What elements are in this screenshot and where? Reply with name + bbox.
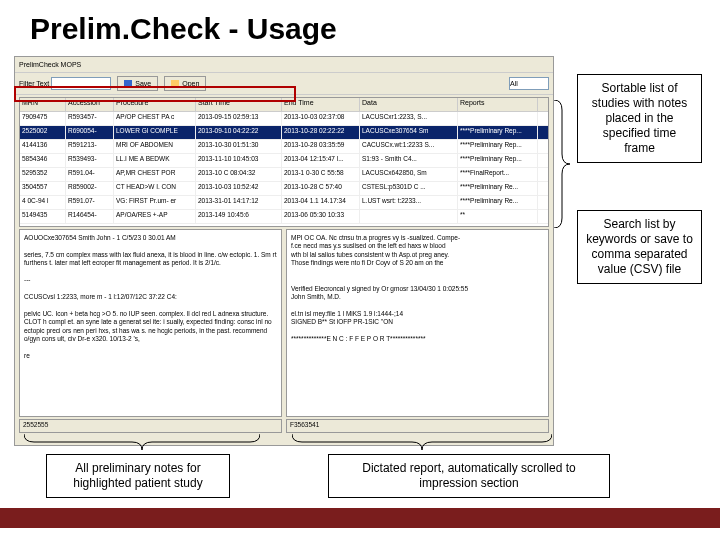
rpt-l12: **************E N C : F F E P O R T*****… [291,335,544,343]
table-row[interactable]: 5295352R591.04-AP,MR CHEST POR2013-10 C … [20,168,548,182]
callout-search-save: Search list by keywords or save to comma… [577,210,702,284]
cell: 7909475 [20,112,66,125]
filter-label: Filter Text [19,80,49,87]
cell: AP,MR CHEST POR [114,168,196,181]
cell: ****Preliminary Re... [458,182,538,195]
note-body1: series, 7.5 cm complex mass with lax flu… [24,251,277,268]
rpt-l10: SIGNED B** St lOFP PR-1SIC "ON [291,318,544,326]
cell: 2013-10-03 02:37:08 [282,112,360,125]
status-right: F3563541 [286,419,549,433]
cell: LL.I ME A BEDWK [114,154,196,167]
dictated-report-pane[interactable]: MPI OC OA. Nc ctnsu tn.a progres vy is -… [286,229,549,417]
cell: ** [458,210,538,223]
cell: R146454- [66,210,114,223]
cell: R593457- [66,112,114,125]
cell: L.UST wsrt: t:2233... [360,196,458,209]
cell: 2013-31-01 14:17:12 [196,196,282,209]
cell: 2013-09-10 04:22:22 [196,126,282,139]
cell: 2013-10-28 03:35:59 [282,140,360,153]
cell: LOWER GI COMPLE [114,126,196,139]
cell: R859002- [66,182,114,195]
table-row[interactable]: 4 0C-94 lR591.07-VG: FIRST Pr.um- er2013… [20,196,548,210]
cell [360,210,458,223]
cell: 2525002 [20,126,66,139]
save-button[interactable]: Save [117,76,158,91]
cell: LACUSCxr1:2233, S... [360,112,458,125]
cell: 5295352 [20,168,66,181]
rpt-l4: Those findings were nto fi Dr Coyv of S … [291,259,544,267]
cell: 2013-10-28 C 57:40 [282,182,360,195]
cell: S1:93 - Smith C4... [360,154,458,167]
cell: 2013-11-10 10:45:03 [196,154,282,167]
rpt-l3: wth bl lal salios tubes consistent w th … [291,251,544,259]
cell: 2013-10-28 02:22:22 [282,126,360,139]
cell: 2013-10 C 08:04:32 [196,168,282,181]
table-row[interactable]: 4144136R591213-MRI OF ABDOMEN2013-10-30 … [20,140,548,154]
filter-input[interactable] [51,77,111,90]
table-row[interactable]: 7909475R593457-AP/OP CHEST PA c2013-09-1… [20,112,548,126]
col-procedure[interactable]: Procedure [114,98,196,111]
cell: MRI OF ABDOMEN [114,140,196,153]
rpt-l6: Verified Elecroncal y signed by Or gmosr… [291,285,544,293]
col-end[interactable]: End Time [282,98,360,111]
cell: LACUSCx642850, Sm [360,168,458,181]
open-icon [171,80,179,88]
callout-sortable-list: Sortable list of studies with notes plac… [577,74,702,163]
note-header: AOUOCxe307654 Smith John - 1 C/5/23 0 30… [24,234,277,242]
save-button-label: Save [135,80,151,87]
note-footer: re [24,352,277,360]
cell: CT HEAD>W I. CON [114,182,196,195]
cell: ****Preliminary Rep... [458,126,538,139]
cell: AP/OP CHEST PA c [114,112,196,125]
cell: 2013-10-03 10:52:42 [196,182,282,195]
col-accession[interactable]: Accession [66,98,114,111]
cell: R591.07- [66,196,114,209]
table-row[interactable]: 2525002R690054-LOWER GI COMPLE2013-09-10… [20,126,548,140]
open-button[interactable]: Open [164,76,206,91]
col-start[interactable]: Start Time [196,98,282,111]
cell: R591.04- [66,168,114,181]
cell: 3504557 [20,182,66,195]
note-sep: --- [24,276,277,284]
bottom-band [0,504,720,540]
table-row[interactable]: 3504557R859002-CT HEAD>W I. CON2013-10-0… [20,182,548,196]
cell: R591213- [66,140,114,153]
cell: ****Preliminary Re... [458,196,538,209]
callout-dictated-report: Dictated report, automatically scrolled … [328,454,610,498]
grid-rows: 7909475R593457-AP/OP CHEST PA c2013-09-1… [20,112,548,224]
cell: 2013-149 10:45:6 [196,210,282,223]
cell: CSTESL:p5301D C ... [360,182,458,195]
cell: R690054- [66,126,114,139]
toolbar-search: Filter Text Save Open [15,73,553,95]
cell: LACUSCxe307654 Sm [360,126,458,139]
cell: R539493- [66,154,114,167]
rpt-l2: f.ce necd mas y.s suslised on the left e… [291,242,544,250]
cell: AP/OA/RES +-AP [114,210,196,223]
dropdown-selector[interactable] [509,77,549,90]
menu-label: PrelimCheck MOPS [19,61,81,68]
cell: 2013-04 1.1 14.17:34 [282,196,360,209]
cell: 2013-04 12:15:47 l... [282,154,360,167]
brace-grid [552,100,570,228]
cell: 4 0C-94 l [20,196,66,209]
toolbar-top: PrelimCheck MOPS [15,57,553,73]
rpt-l7: John Smith, M.D. [291,293,544,301]
col-reports[interactable]: Reports [458,98,538,111]
col-mrn[interactable]: MRN [20,98,66,111]
cell: VG: FIRST Pr.um- er [114,196,196,209]
cell: 2013-06 05:30 10:33 [282,210,360,223]
table-row[interactable]: 5854346R539493-LL.I ME A BEDWK2013-11-10… [20,154,548,168]
study-grid: MRN Accession Procedure Start Time End T… [19,97,549,227]
cell: 4144136 [20,140,66,153]
cell: ****Preliminary Rep... [458,140,538,153]
col-data[interactable]: Data [360,98,458,111]
note-body2: pelvic UC. Icon + beta hcg >O 5. no IUP … [24,310,277,344]
table-row[interactable]: 5149435R146454-AP/OA/RES +-AP2013-149 10… [20,210,548,224]
prelim-notes-pane[interactable]: AOUOCxe307654 Smith John - 1 C/5/23 0 30… [19,229,282,417]
cell: ****FinalReport... [458,168,538,181]
cell: 2013-1 0-30 C 55:58 [282,168,360,181]
app-window: PrelimCheck MOPS Filter Text Save Open M… [14,56,554,446]
open-button-label: Open [182,80,199,87]
grid-header[interactable]: MRN Accession Procedure Start Time End T… [20,98,548,112]
status-bar: 2552555 F3563541 [19,419,549,433]
